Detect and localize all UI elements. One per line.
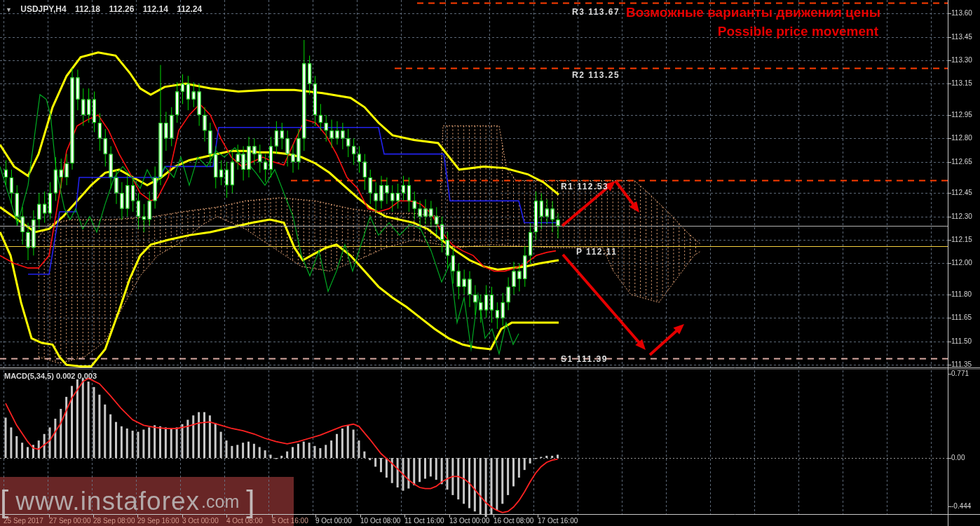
price-axis-label: 111.65 <box>951 313 972 321</box>
price-axis-label: 112.00 <box>951 259 972 267</box>
price-axis-label: 111.35 <box>951 360 972 368</box>
quote-open: 112.18 <box>75 4 100 14</box>
time-axis-label: 10 Oct 08:00 <box>360 517 400 525</box>
quote-close: 112.24 <box>177 4 202 14</box>
symbol-dropdown-icon[interactable]: ▼ <box>6 6 12 13</box>
price-axis-label: 112.65 <box>951 158 972 166</box>
chart-canvas[interactable] <box>0 0 980 526</box>
price-axis-label: 111.50 <box>951 337 972 345</box>
mt4-chart-window: ▼ USDJPY,H4 112.18 112.26 112.14 112.24 … <box>0 0 980 526</box>
pivot-label: S1 111.39 <box>561 354 608 364</box>
pivot-label: R1 112.53 <box>561 182 608 191</box>
price-axis-label: 111.80 <box>951 290 972 298</box>
pivot-label: R2 113.25 <box>572 70 620 80</box>
watermark-left-bracket: [ <box>0 480 8 522</box>
price-axis-label: 113.15 <box>951 79 972 87</box>
quote-high: 112.26 <box>109 4 134 14</box>
macd-axis-label: -0.444 <box>951 502 971 510</box>
time-axis-label: 13 Oct 00:00 <box>449 517 489 525</box>
price-axis-label: 113.45 <box>951 33 972 41</box>
price-axis-label: 112.95 <box>951 111 972 119</box>
quote-low: 112.14 <box>143 4 168 14</box>
instaforex-watermark: [ www.instaforex .com ] <box>0 478 294 525</box>
macd-axis-label: 0.771 <box>951 370 969 377</box>
annotation-en: Possible price movement <box>718 24 878 39</box>
price-axis[interactable]: 112.24 113.60113.45113.30113.15112.95112… <box>948 0 980 526</box>
price-axis-label: 112.80 <box>951 134 972 142</box>
chart-title: ▼ USDJPY,H4 112.18 112.26 112.14 112.24 <box>6 4 208 14</box>
price-axis-label: 112.45 <box>951 189 972 196</box>
macd-indicator-label: MACD(5,34,5) 0.002 0.003 <box>4 372 97 380</box>
price-axis-label: 112.15 <box>951 236 972 243</box>
time-axis-label: 11 Oct 16:00 <box>404 517 444 525</box>
time-axis-label: 16 Oct 08:00 <box>494 517 533 525</box>
symbol-period: USDJPY,H4 <box>20 4 66 14</box>
time-axis-label: 17 Oct 16:00 <box>538 517 578 525</box>
price-axis-label: 113.30 <box>951 56 972 64</box>
pivot-label: R3 113.67 <box>572 7 620 17</box>
price-axis-label: 112.30 <box>951 213 972 220</box>
watermark-site-text: www.instaforex <box>15 487 200 516</box>
time-axis-label: 9 Oct 00:00 <box>315 517 352 525</box>
pivot-label: P 112.11 <box>576 247 618 257</box>
macd-axis-label: 0.00 <box>951 454 965 461</box>
price-axis-label: 113.60 <box>951 9 972 17</box>
annotation-ru: Возможные варианты движения цены <box>626 5 880 20</box>
watermark-tld-text: .com <box>201 492 239 512</box>
watermark-right-bracket: ] <box>246 480 254 522</box>
